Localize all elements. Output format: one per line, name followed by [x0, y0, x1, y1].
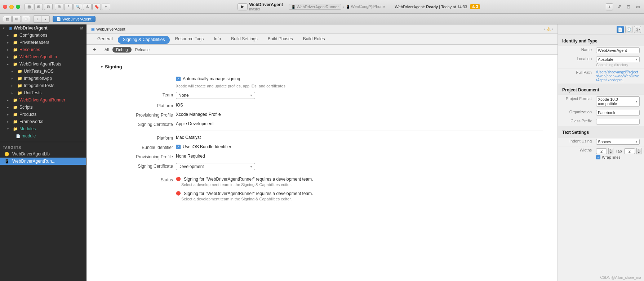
sidebar-target-wdalib[interactable]: 🟡 WebDriverAgentLib — [0, 150, 86, 158]
device-breadcrumb[interactable]: 📱 WenCong的iPhone — [346, 4, 385, 9]
form-row-sign-cert2: Signing Certificate Development ▼ — [101, 161, 543, 172]
inspector-hide-btn[interactable]: ⊡ — [22, 16, 30, 22]
grid-btn[interactable]: ⊞ — [55, 4, 63, 10]
build-release-btn[interactable]: Release — [132, 47, 153, 53]
sign-cert2-select[interactable]: Development ▼ — [176, 163, 255, 170]
rp-row-org: Organization Facebook — [558, 108, 644, 117]
inspector-btn[interactable]: ⊡ — [44, 4, 53, 10]
rp-wrap-lines-checkbox[interactable]: ✓ — [596, 155, 600, 159]
team-label: Team — [101, 92, 173, 98]
sidebar-item-unittestvos[interactable]: ▸ 📁 UnitTests_tvOS — [0, 68, 86, 75]
rp-indent-using-select[interactable]: Spaces ▼ — [596, 139, 640, 145]
rp-file-icon[interactable]: 📄 — [617, 26, 624, 33]
sidebar-item-modules[interactable]: ▾ 📁 Modules — [0, 125, 86, 132]
tab-build-settings[interactable]: Build Settings — [226, 34, 262, 45]
sidebar-item-privateheaders[interactable]: ▸ 📁 PrivateHeaders — [0, 39, 86, 46]
inspector-toggle[interactable]: ⊡ — [625, 4, 632, 10]
build-debug-btn[interactable]: Debug — [112, 47, 131, 53]
header-right-arrow[interactable]: › — [552, 26, 553, 32]
team-select-val: None — [178, 93, 189, 98]
rp-tab-label: Tab — [616, 149, 622, 153]
refresh-btn[interactable]: ↺ — [616, 4, 622, 10]
tab-build-phases[interactable]: Build Phases — [263, 34, 298, 45]
add-tab-button[interactable]: + — [606, 3, 613, 10]
it-label: IntegrationTests — [24, 83, 83, 88]
sign-cert2-label: Signing Certificate — [101, 163, 173, 169]
warning-tb-btn[interactable]: ⚠ — [83, 4, 92, 10]
auto-signing-value: ✓ Automatically manage signing — [176, 76, 543, 81]
sidebar-item-wdarunner[interactable]: ▸ 📁 WebDriverAgentRunner — [0, 96, 86, 104]
minimize-button[interactable] — [9, 5, 14, 9]
bookmark-tb-btn[interactable]: 🔖 — [92, 4, 101, 10]
split-btn[interactable]: ⋮ — [64, 4, 73, 10]
maximize-button[interactable] — [16, 5, 20, 9]
team-select[interactable]: None ▼ — [176, 92, 255, 99]
sidebar-item-configurations[interactable]: ▸ 📁 Configurations — [0, 32, 86, 39]
auto-signing-checkbox-row: ✓ Automatically manage signing — [176, 76, 240, 81]
form-row-prov-profile2: Provisioning Profile None Required — [101, 152, 543, 161]
form-row-auto-signing: ✓ Automatically manage signing — [101, 74, 543, 83]
signing-disclosure-icon[interactable]: ▾ — [101, 65, 103, 69]
toolbar: ▤ ⊞ ⊡ ‹ › 📄 WebDriverAgent — [0, 14, 644, 24]
runner-breadcrumb[interactable]: 📱 WebDriverAgentRunner — [289, 4, 341, 10]
rp-info-icon[interactable]: ⓘ — [634, 26, 641, 33]
rp-class-prefix-value[interactable] — [596, 119, 640, 124]
hierarchy-btn[interactable]: ⊞ — [34, 4, 43, 10]
add-capability-button[interactable]: + — [91, 46, 98, 53]
active-file-tab[interactable]: 📄 WebDriverAgent — [53, 16, 96, 22]
rp-org-value[interactable]: Facebook — [596, 110, 640, 115]
tab-signing[interactable]: Signing & Capabilities — [118, 36, 170, 44]
rp-indent-down[interactable]: ▼ — [636, 151, 641, 154]
rp-proj-format-select[interactable]: Xcode 10.0-compatible ▼ — [596, 96, 640, 106]
sidebar-hide-btn[interactable]: ▤ — [3, 16, 12, 22]
section-header-signing: ▾ Signing — [101, 62, 543, 72]
sidebar-item-module[interactable]: 📄 module — [0, 132, 86, 140]
content-toggle-btn[interactable]: ⊞ — [12, 16, 21, 22]
sidebar-item-wdalib[interactable]: ▸ 📁 WebDriverAgentLib — [0, 53, 86, 60]
sidebar-item-wdatests[interactable]: ▸ 📁 WebDriverAgentTests — [0, 60, 86, 68]
warning-count-badge[interactable]: ⚠ 3 — [470, 4, 480, 9]
sidebar-root-item[interactable]: ▾ ▣ WebDriverAgent M — [0, 24, 86, 32]
prov-profile-value: Xcode Managed Profile — [176, 112, 543, 117]
plus-tb-btn[interactable]: + — [102, 4, 110, 10]
tab-info[interactable]: Info — [209, 34, 226, 45]
auto-signing-checkbox[interactable]: ✓ — [176, 77, 181, 81]
nav-back-btn[interactable]: ‹ — [34, 16, 41, 22]
window-btn[interactable]: ▭ — [635, 4, 641, 10]
tab-build-rules[interactable]: Build Rules — [298, 34, 330, 45]
sidebar-item-integrationtests[interactable]: ▸ 📁 IntegrationTests — [0, 82, 86, 89]
sidebar-toggle[interactable]: ▤ — [25, 4, 33, 10]
rp-name-value[interactable]: WebDriverAgent — [596, 47, 640, 53]
sidebar-item-integrationapp[interactable]: ▸ 📁 IntegrationApp — [0, 75, 86, 82]
sidebar-item-products[interactable]: ▸ 📁 Products — [0, 111, 86, 118]
sidebar-item-scripts[interactable]: ▸ 📁 Scripts — [0, 104, 86, 111]
rp-location-select[interactable]: Absolute ▼ — [596, 56, 640, 62]
rp-indent-stepper-btns: ▲ ▼ — [636, 148, 641, 154]
traffic-lights — [3, 5, 20, 9]
mo-disc: ▾ — [7, 127, 12, 131]
close-button[interactable] — [3, 5, 7, 9]
rp-indent-up[interactable]: ▲ — [636, 148, 641, 151]
ut-label: UnitTests — [24, 90, 83, 95]
tab-resource-tags[interactable]: Resource Tags — [170, 34, 209, 45]
sign-cert2-arrow: ▼ — [250, 165, 253, 168]
tab-general[interactable]: General — [92, 34, 118, 45]
prov-profile-label: Provisioning Profile — [101, 112, 173, 118]
sidebar-item-unittests[interactable]: ▸ 📁 UnitTests — [0, 89, 86, 96]
build-selector-bar: + All Debug Release — [86, 45, 558, 55]
sidebar-target-runner[interactable]: 📱 WebDriverAgentRun... — [0, 158, 86, 165]
rp-history-icon[interactable]: 🕐 — [625, 26, 632, 33]
bundle-id-checkbox[interactable]: ✓ — [176, 145, 181, 149]
search-tb-btn[interactable]: 🔍 — [74, 4, 82, 10]
nav-forward-btn[interactable]: › — [41, 16, 49, 22]
rp-tab-up[interactable]: ▲ — [608, 148, 613, 151]
sidebar-item-resources[interactable]: ▸ 📁 Resources — [0, 46, 86, 53]
build-all-btn[interactable]: All — [101, 47, 112, 53]
header-left-arrow[interactable]: ‹ — [544, 26, 545, 32]
rp-fullpath-value[interactable]: /Users/shaoyangzi/Projects/wda/ppqa-wda/… — [596, 70, 640, 82]
rp-proj-format-val: Xcode 10.0-compatible — [598, 97, 635, 106]
sidebar-item-frameworks[interactable]: ▸ 📁 Frameworks — [0, 118, 86, 125]
platform-ios-value: iOS — [176, 103, 543, 108]
rp-tab-down[interactable]: ▼ — [608, 151, 613, 154]
play-button[interactable]: ▶ — [237, 3, 248, 10]
